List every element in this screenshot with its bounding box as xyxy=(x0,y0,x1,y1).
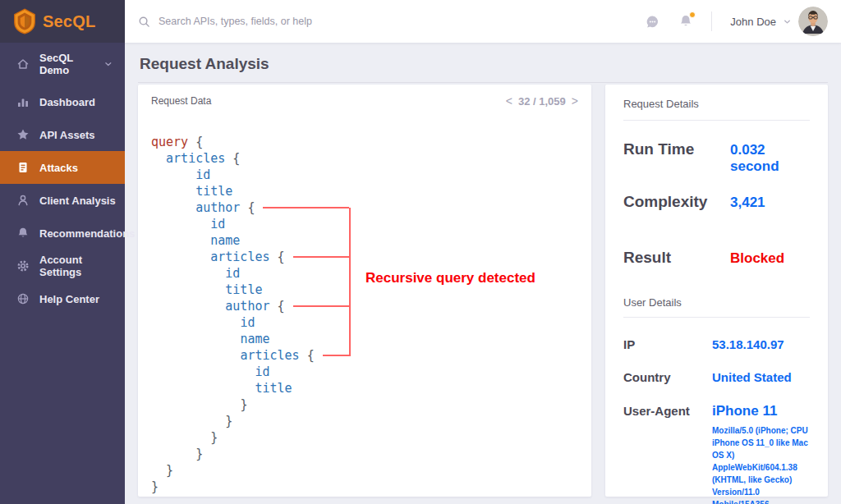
sidebar-item-account-settings[interactable]: Account Settings xyxy=(0,250,125,282)
detail-label: Country xyxy=(623,370,712,384)
global-search xyxy=(138,16,645,28)
person-icon xyxy=(16,194,30,207)
sidebar-item-attacks[interactable]: Attacks xyxy=(0,151,125,184)
detail-row-run-time: Run Time0.032 second xyxy=(623,140,810,175)
user-details-title: User Details xyxy=(623,296,810,309)
code-line: } xyxy=(151,446,578,462)
detail-row-ip: IP53.18.140.97 xyxy=(623,337,810,352)
notifications-button[interactable] xyxy=(678,14,693,29)
detail-value: 0.032 second xyxy=(730,142,779,174)
detail-value: Blocked xyxy=(730,250,784,266)
user-menu[interactable]: John Doe xyxy=(730,7,828,36)
code-line: } xyxy=(151,413,578,429)
code-line: } xyxy=(151,479,578,495)
detail-value: United Stated xyxy=(712,370,792,384)
code-line: articles { xyxy=(151,150,578,167)
detail-label: Complexity xyxy=(623,193,730,211)
code-line: id xyxy=(151,167,578,183)
recursion-bracket-line xyxy=(349,208,351,356)
request-details-title: Request Details xyxy=(623,98,810,110)
divider xyxy=(623,120,810,121)
pagination: < 32 / 1,059 > xyxy=(506,94,578,108)
code-line: title xyxy=(151,380,578,396)
request-details-panel: Request Details Run Time0.032 secondComp… xyxy=(605,85,828,497)
recursion-connector-line xyxy=(263,207,349,208)
globe-icon xyxy=(16,292,30,305)
sidebar-item-label: API Assets xyxy=(39,129,94,141)
pagination-label: 32 / 1,059 xyxy=(518,95,566,108)
search-input[interactable] xyxy=(159,16,421,27)
code-line: name xyxy=(151,331,578,347)
request-data-title: Request Data xyxy=(151,95,211,107)
detail-value-wrap: iPhone 11Mozilla/5.0 (iPhone; CPU iPhone… xyxy=(712,403,810,504)
attacks-doc-icon xyxy=(16,161,30,174)
search-icon xyxy=(138,16,150,28)
shield-logo-icon xyxy=(13,8,36,34)
sidebar-item-help-center[interactable]: Help Center xyxy=(0,282,125,315)
bell-icon xyxy=(16,227,30,240)
sidebar-item-label: Dashboard xyxy=(39,96,95,108)
detail-row-country: CountryUnited Stated xyxy=(623,370,810,385)
code-line: id xyxy=(151,364,578,380)
detail-value: iPhone 11 xyxy=(712,403,777,419)
code-line: author { xyxy=(151,199,349,216)
code-line: } xyxy=(151,429,578,446)
chat-icon xyxy=(645,14,660,30)
divider xyxy=(623,317,810,318)
code-line: name xyxy=(151,232,578,249)
sidebar-item-dashboard[interactable]: Dashboard xyxy=(0,85,125,118)
detail-value-wrap: 0.032 second xyxy=(730,142,810,175)
sidebar-project-switcher[interactable]: SecQL Demo xyxy=(0,48,125,80)
sidebar: SecQL SecQL Demo DashboardAPI AssetsAtta… xyxy=(0,0,125,504)
topbar-divider xyxy=(711,11,712,31)
sidebar-item-label: Help Center xyxy=(39,293,99,305)
chat-button[interactable] xyxy=(645,14,660,30)
recursion-connector-line xyxy=(293,256,349,258)
detail-value-wrap: 53.18.140.97 xyxy=(712,337,810,352)
user-details-rows: IP53.18.140.97CountryUnited StatedUser-A… xyxy=(623,337,810,504)
code-line: id xyxy=(151,216,578,232)
detail-value: 53.18.140.97 xyxy=(712,337,784,351)
code-line: title xyxy=(151,183,578,199)
recursion-annotation: Recursive query detected xyxy=(365,270,535,286)
sidebar-item-recommendations[interactable]: Recommendations xyxy=(0,217,125,250)
code-line: } xyxy=(151,396,578,413)
notification-dot xyxy=(689,11,696,18)
chevron-down-icon xyxy=(103,59,113,69)
detail-label: User-Agent xyxy=(623,404,712,418)
main-content: Request Analysis Request Data < 32 / 1,0… xyxy=(125,43,841,504)
pagination-prev-button[interactable]: < xyxy=(506,94,512,108)
sidebar-item-api-assets[interactable]: API Assets xyxy=(0,118,125,151)
detail-value: 3,421 xyxy=(730,195,765,210)
code-line: articles { xyxy=(151,249,349,265)
sidebar-item-label: Account Settings xyxy=(39,254,125,278)
detail-value-wrap: 3,421 xyxy=(730,195,810,211)
gear-icon xyxy=(16,259,30,273)
chevron-down-icon xyxy=(783,17,792,26)
code-lines: query { articles { id title author { id … xyxy=(151,134,578,495)
detail-row-result: ResultBlocked xyxy=(623,249,810,267)
recursion-connector-line xyxy=(323,355,349,356)
pagination-next-button[interactable]: > xyxy=(572,94,578,108)
detail-label: Result xyxy=(623,249,730,267)
detail-label: Run Time xyxy=(623,140,730,158)
detail-value-wrap: United Stated xyxy=(712,370,810,385)
topbar: John Doe xyxy=(125,0,841,43)
brand-name: SecQL xyxy=(43,12,95,31)
home-icon xyxy=(16,57,30,71)
request-data-panel: Request Data < 32 / 1,059 > query { arti… xyxy=(138,85,591,497)
avatar[interactable] xyxy=(798,7,828,36)
detail-label: IP xyxy=(623,337,712,351)
brand-logo: SecQL xyxy=(0,0,125,43)
sidebar-item-label: Client Analysis xyxy=(39,195,116,207)
code-line: } xyxy=(151,462,578,479)
detail-row-user-agent: User-AgentiPhone 11Mozilla/5.0 (iPhone; … xyxy=(623,403,810,504)
code-line: author { xyxy=(151,298,349,314)
user-name: John Doe xyxy=(730,16,776,28)
code-line: query { xyxy=(151,134,578,150)
sidebar-project-label: SecQL Demo xyxy=(39,52,103,76)
user-agent-string: Mozilla/5.0 (iPhone; CPU iPhone OS 11_0 … xyxy=(712,424,810,504)
star-icon xyxy=(16,128,30,141)
sidebar-item-client-analysis[interactable]: Client Analysis xyxy=(0,184,125,217)
recursion-connector-line xyxy=(293,305,349,307)
